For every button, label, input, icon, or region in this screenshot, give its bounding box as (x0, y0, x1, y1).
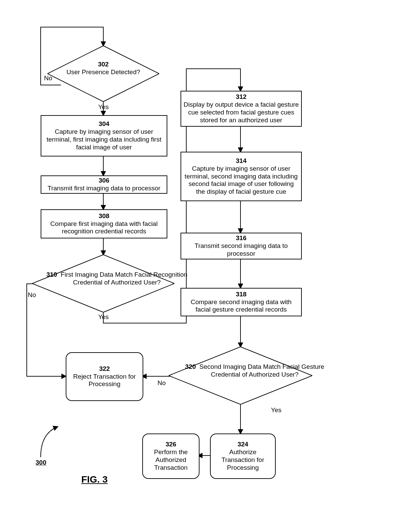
node-num-314: 314 (236, 157, 247, 165)
step-322: 322 Reject Transaction for Processing (66, 352, 143, 401)
node-text-308: Compare first imaging data with facial r… (41, 220, 167, 236)
node-text-304: Capture by imaging sensor of user termin… (41, 128, 167, 151)
node-num-326: 326 (166, 441, 176, 448)
label-302-yes: Yes (98, 103, 109, 111)
node-text-312: Display by output device a facial gestur… (181, 101, 301, 124)
node-text-314: Capture by imaging sensor of user termin… (181, 165, 301, 196)
node-num-310: 310 (46, 271, 57, 278)
node-text-322: Reject Transaction for Processing (66, 373, 143, 388)
label-320-no: No (158, 379, 166, 387)
node-text-302: User Presence Detected? (66, 68, 140, 76)
decision-302: 302 User Presence Detected? (47, 46, 159, 102)
figure-caption: FIG. 3 (81, 474, 108, 485)
node-num-316: 316 (236, 234, 247, 242)
node-num-304: 304 (99, 120, 109, 128)
node-text-306: Transmit first imaging data to processor (48, 185, 161, 192)
node-text-316: Transmit second imaging data to processo… (181, 242, 301, 258)
decision-320: 320 Second Imaging Data Match Facial Ges… (169, 347, 312, 404)
node-text-326: Perform the Authorized Transaction (143, 448, 199, 471)
step-306: 306 Transmit first imaging data to proce… (41, 175, 167, 194)
step-308: 308 Compare first imaging data with faci… (41, 209, 167, 238)
node-num-320: 320 (185, 363, 196, 370)
label-310-no: No (28, 291, 36, 299)
step-324: 324 Authorize Transaction for Processing (210, 434, 276, 479)
node-text-318: Compare second imaging data with facial … (181, 298, 301, 314)
node-num-318: 318 (236, 291, 247, 298)
step-316: 316 Transmit second imaging data to proc… (181, 233, 302, 259)
step-326: 326 Perform the Authorized Transaction (142, 434, 200, 479)
step-312: 312 Display by output device a facial ge… (181, 91, 302, 127)
step-314: 314 Capture by imaging sensor of user te… (181, 152, 302, 201)
label-320-yes: Yes (271, 406, 281, 414)
node-num-306: 306 (99, 177, 109, 184)
step-304: 304 Capture by imaging sensor of user te… (41, 115, 167, 156)
step-318: 318 Compare second imaging data with fac… (181, 288, 302, 316)
node-num-324: 324 (237, 441, 248, 448)
node-num-308: 308 (99, 212, 109, 220)
figure-reference-300: 300 (36, 459, 46, 466)
node-num-322: 322 (99, 365, 110, 373)
node-num-302: 302 (98, 61, 109, 68)
decision-310: 310 First Imaging Data Match Facial Reco… (32, 255, 174, 312)
node-text-324: Authorize Transaction for Processing (211, 448, 275, 471)
label-310-yes: Yes (98, 313, 109, 321)
node-text-310: First Imaging Data Match Facial Recognit… (61, 271, 187, 286)
node-num-312: 312 (236, 93, 247, 101)
label-302-no: No (44, 75, 52, 82)
node-text-320: Second Imaging Data Match Facial Gesture… (200, 363, 324, 378)
